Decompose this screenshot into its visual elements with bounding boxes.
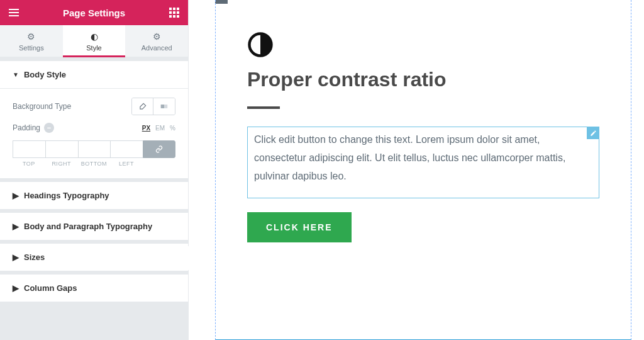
padding-top-label: TOP: [23, 161, 35, 167]
pencil-icon: [590, 130, 597, 137]
padding-right-label: RIGHT: [52, 161, 71, 167]
panel-header: Page Settings: [0, 0, 188, 25]
background-type-label: Background Type: [13, 102, 71, 111]
padding-left-input[interactable]: [110, 140, 143, 158]
panel-title: Page Settings: [20, 8, 168, 18]
svg-rect-1: [161, 105, 164, 108]
section-column-gaps[interactable]: ▶ Column Gaps: [0, 275, 188, 302]
padding-left-label: LEFT: [119, 161, 134, 167]
section-outline: Proper contrast ratio Click edit button …: [215, 0, 631, 340]
unit-em[interactable]: EM: [155, 125, 165, 132]
caret-right-icon: ▶: [13, 252, 19, 262]
apps-grid-icon[interactable]: [168, 6, 180, 19]
panel-tabs: Settings Style Advanced: [0, 25, 188, 57]
paragraph-text[interactable]: Click edit button to change this text. L…: [254, 134, 565, 181]
contrast-icon: [247, 31, 274, 58]
tab-label: Settings: [19, 44, 44, 52]
cta-button[interactable]: CLICK HERE: [247, 212, 352, 242]
background-type-row: Background Type: [13, 98, 175, 115]
gear-icon: [125, 31, 188, 42]
brush-icon: [138, 102, 147, 111]
tab-style[interactable]: Style: [63, 25, 126, 57]
contrast-icon: [63, 31, 126, 42]
section-body-style-header[interactable]: ▼ Body Style: [0, 61, 188, 89]
background-type-toggle: [131, 98, 175, 115]
unit-pct[interactable]: %: [170, 125, 175, 132]
link-icon: [155, 145, 163, 153]
caret-right-icon: ▶: [13, 283, 19, 293]
gear-icon: [0, 31, 63, 42]
padding-bottom-label: BOTTOM: [81, 161, 107, 167]
settings-panel: Page Settings Settings Style Advanced ▼ …: [0, 0, 189, 340]
padding-inputs: TOP RIGHT BOTTOM LEFT: [13, 140, 175, 167]
padding-row-header: Padding − PX EM %: [13, 123, 175, 133]
section-title: Body Style: [24, 70, 66, 79]
padding-label: Padding −: [13, 123, 54, 133]
padding-top-input[interactable]: [13, 140, 45, 158]
section-title: Body and Paragraph Typography: [24, 222, 152, 231]
padding-bottom-input[interactable]: [78, 140, 111, 158]
section-body-paragraph-typography[interactable]: ▶ Body and Paragraph Typography: [0, 213, 188, 240]
tab-settings[interactable]: Settings: [0, 25, 63, 57]
heading[interactable]: Proper contrast ratio: [247, 68, 599, 91]
section-headings-typography[interactable]: ▶ Headings Typography: [0, 182, 188, 209]
unit-px[interactable]: PX: [142, 125, 150, 132]
text-editor-widget[interactable]: Click edit button to change this text. L…: [247, 127, 599, 198]
menu-icon[interactable]: [8, 6, 20, 19]
responsive-toggle-icon[interactable]: −: [44, 123, 54, 133]
padding-units: PX EM %: [142, 125, 175, 132]
section-title: Sizes: [24, 252, 45, 262]
padding-right-input[interactable]: [45, 140, 78, 158]
section-sizes[interactable]: ▶ Sizes: [0, 244, 188, 271]
caret-right-icon: ▶: [13, 222, 19, 231]
canvas: Proper contrast ratio Click edit button …: [189, 0, 644, 340]
gradient-icon: [160, 102, 169, 111]
tab-label: Style: [86, 44, 101, 52]
link-values-button[interactable]: [143, 140, 175, 158]
caret-down-icon: ▼: [13, 71, 19, 78]
panel-body: ▼ Body Style Background Type Padding: [0, 57, 188, 340]
caret-right-icon: ▶: [13, 191, 19, 200]
tab-label: Advanced: [142, 44, 172, 52]
section-title: Headings Typography: [24, 191, 109, 200]
background-gradient-button[interactable]: [153, 98, 175, 115]
tab-advanced[interactable]: Advanced: [125, 25, 188, 57]
section-body-style: Background Type Padding − PX E: [0, 89, 188, 182]
background-classic-button[interactable]: [132, 98, 153, 115]
divider: [247, 106, 280, 109]
section-title: Column Gaps: [24, 283, 77, 293]
edit-widget-button[interactable]: [587, 127, 599, 139]
